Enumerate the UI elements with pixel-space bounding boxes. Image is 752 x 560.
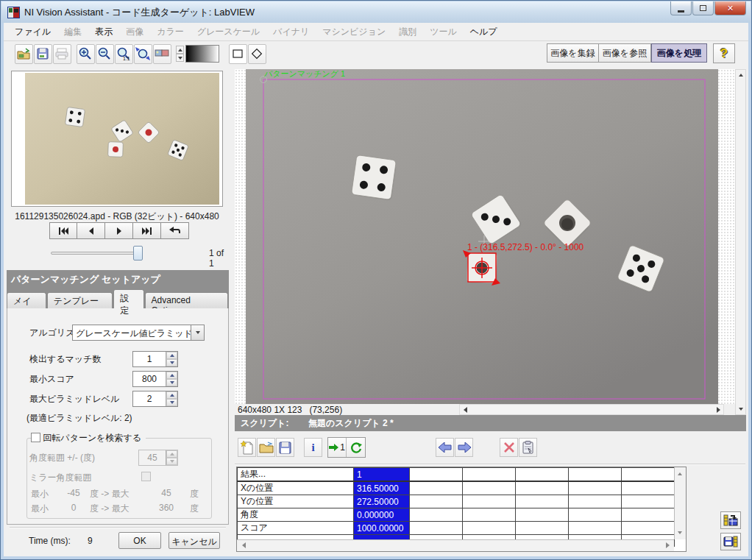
zoom-out-button[interactable] bbox=[96, 44, 114, 64]
menu-item-help[interactable]: ヘルプ bbox=[464, 23, 504, 41]
save-script-button[interactable] bbox=[276, 438, 294, 457]
image-slider-track[interactable] bbox=[51, 252, 143, 255]
minimize-button[interactable] bbox=[670, 1, 692, 15]
zoom-fit-button[interactable] bbox=[134, 44, 152, 64]
dropdown-button[interactable] bbox=[191, 325, 204, 340]
step-forward-button[interactable] bbox=[455, 438, 473, 457]
tab-template[interactable]: テンプレート bbox=[47, 292, 113, 308]
script-header: スクリプト: 無題のスクリプト 2 * bbox=[235, 415, 746, 431]
run-once-button[interactable]: 1 bbox=[328, 438, 347, 457]
results-table[interactable]: 結果...1 Xの位置316.50000 Yの位置272.50000 角度0.0… bbox=[237, 467, 675, 547]
open-folder-icon bbox=[16, 47, 31, 60]
close-button[interactable]: ✕ bbox=[714, 1, 746, 15]
new-script-button[interactable] bbox=[238, 438, 256, 457]
min-score-input[interactable]: 800 bbox=[132, 371, 178, 387]
return-button[interactable] bbox=[161, 222, 189, 239]
palette-up-button[interactable] bbox=[176, 46, 184, 54]
table-horizontal-scrollbar[interactable] bbox=[237, 539, 674, 551]
table-scroll-down-icon[interactable] bbox=[675, 528, 685, 538]
run-loop-button[interactable] bbox=[347, 438, 365, 457]
save-floppy-icon bbox=[36, 47, 49, 60]
max-pyramid-input[interactable]: 2 bbox=[132, 391, 178, 407]
palette-down-button[interactable] bbox=[176, 54, 184, 62]
help-icon: ? bbox=[720, 46, 728, 61]
algorithm-dropdown[interactable]: グレースケール値ピラミッド bbox=[72, 325, 205, 341]
menu-item-tools: ツール bbox=[423, 23, 464, 41]
open-image-button[interactable] bbox=[15, 44, 33, 64]
edit-step-button[interactable] bbox=[519, 438, 537, 457]
scroll-up-icon[interactable] bbox=[736, 70, 745, 80]
cancel-button[interactable]: キャンセル bbox=[169, 532, 220, 549]
rotated-rectangle-tool-icon bbox=[250, 47, 263, 60]
zoom-1-1-button[interactable]: 1:1 bbox=[115, 44, 133, 64]
scroll-down-icon[interactable] bbox=[736, 404, 745, 414]
restore-button[interactable] bbox=[692, 1, 714, 15]
step-back-button[interactable] bbox=[436, 438, 454, 457]
table-row: 角度0.000000 bbox=[238, 508, 675, 522]
min-score-spinner[interactable] bbox=[166, 372, 177, 386]
save-results-button[interactable] bbox=[720, 533, 741, 550]
match-count-spinner[interactable] bbox=[166, 352, 177, 366]
image-horizontal-scrollbar[interactable] bbox=[459, 404, 724, 415]
table-scroll-left-icon[interactable] bbox=[238, 540, 249, 550]
menu-item-color: カラー bbox=[150, 23, 191, 41]
browse-image-button[interactable]: 画像を参照 bbox=[599, 43, 651, 63]
max-pyramid-spinner[interactable] bbox=[166, 391, 177, 406]
main-image-canvas[interactable]: パターンマッチング 1 1 - (316.5,272.5) - 0.0° - 1… bbox=[235, 69, 735, 404]
previous-image-button[interactable] bbox=[77, 222, 105, 239]
print-image-button[interactable] bbox=[53, 44, 71, 64]
result-value: 1000.00000 bbox=[354, 522, 410, 535]
palette-spinner[interactable] bbox=[176, 44, 184, 63]
step-info-button[interactable]: i bbox=[304, 438, 322, 457]
tab-advanced-options[interactable]: Advanced Options bbox=[145, 292, 228, 308]
compare-images-button[interactable] bbox=[153, 44, 171, 64]
zoom-in-button[interactable] bbox=[77, 44, 95, 64]
scroll-right-icon[interactable] bbox=[713, 405, 723, 414]
menu-item-view[interactable]: 表示 bbox=[88, 23, 119, 41]
match-count-input[interactable]: 1 bbox=[132, 351, 178, 367]
rotated-rectangle-roi-tool[interactable] bbox=[248, 44, 266, 64]
image-thumbnail[interactable] bbox=[11, 71, 223, 207]
tab-settings[interactable]: 設定 bbox=[113, 289, 143, 308]
open-script-button[interactable] bbox=[257, 438, 275, 457]
save-image-button[interactable] bbox=[34, 44, 52, 64]
help-button[interactable]: ? bbox=[713, 43, 735, 63]
first-image-button[interactable] bbox=[49, 222, 77, 239]
result-value: 1 bbox=[354, 468, 410, 482]
delete-step-button[interactable] bbox=[500, 438, 518, 457]
info-icon: i bbox=[311, 442, 314, 454]
ok-button[interactable]: OK bbox=[118, 532, 161, 549]
rectangle-roi-tool[interactable] bbox=[229, 44, 247, 64]
process-image-button[interactable]: 画像を処理 bbox=[651, 43, 707, 63]
image-slider-handle[interactable] bbox=[133, 246, 143, 260]
thumbnail-dice-image bbox=[25, 73, 219, 205]
min-score-label: 最小スコア bbox=[29, 373, 74, 386]
menu-item-file[interactable]: ファイル bbox=[8, 23, 57, 41]
mode-buttons: 画像を集録 画像を参照 画像を処理 bbox=[547, 43, 707, 63]
range2-min-value: 0 bbox=[60, 503, 87, 513]
next-image-button[interactable] bbox=[105, 222, 133, 239]
table-scroll-up-icon[interactable] bbox=[675, 469, 685, 479]
last-icon bbox=[142, 227, 152, 235]
title-bar: NI Vision Assistant - コード生成ターゲット: LabVIE… bbox=[1, 1, 751, 23]
send-to-table-button[interactable] bbox=[720, 511, 741, 529]
new-script-icon bbox=[241, 440, 254, 455]
result-label: Yの位置 bbox=[238, 495, 354, 508]
scroll-left-icon[interactable] bbox=[460, 405, 470, 414]
menu-item-identification: 識別 bbox=[392, 23, 423, 41]
image-viewer: パターンマッチング 1 1 - (316.5,272.5) - 0.0° - 1… bbox=[235, 69, 746, 415]
send-to-table-icon bbox=[723, 514, 738, 527]
image-vertical-scrollbar[interactable] bbox=[735, 69, 746, 415]
zoom-fit-icon bbox=[135, 46, 151, 61]
search-rotated-checkbox[interactable] bbox=[31, 433, 40, 442]
time-value: 9 bbox=[88, 536, 93, 546]
cursor-position: (73,256) bbox=[309, 405, 342, 415]
table-vertical-scrollbar[interactable] bbox=[674, 467, 686, 539]
result-label: 結果... bbox=[238, 468, 354, 482]
acquire-image-button[interactable]: 画像を集録 bbox=[547, 43, 599, 63]
min-score-value: 800 bbox=[133, 372, 166, 386]
tab-main[interactable]: メイン bbox=[7, 292, 46, 308]
table-scroll-right-icon[interactable] bbox=[662, 540, 673, 550]
last-image-button[interactable] bbox=[133, 222, 161, 239]
result-label: Xの位置 bbox=[238, 481, 354, 495]
